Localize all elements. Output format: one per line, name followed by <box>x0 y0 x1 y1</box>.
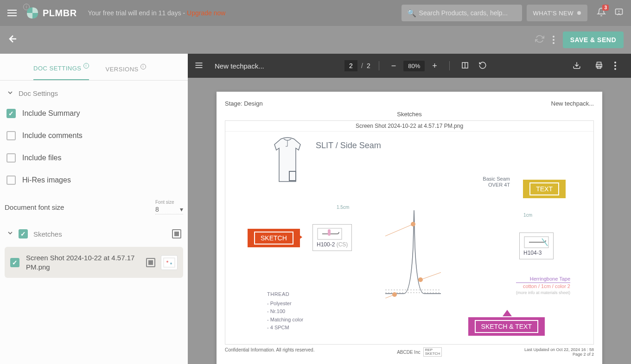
app-header: i PLMBR Your free trial will end in 11 d… <box>0 0 631 26</box>
checkbox-include-summary[interactable] <box>6 109 16 118</box>
sidebar: DOC SETTINGS i VERSIONS i Doc Settings I… <box>0 54 188 364</box>
page-image-box: Screen Shot 2024-10-22 at 4.57.17 PM.png… <box>225 120 594 345</box>
tab-doc-settings[interactable]: DOC SETTINGS i <box>33 57 89 80</box>
dropdown-icon: ▾ <box>180 206 183 213</box>
zoom-out-button[interactable]: − <box>388 61 400 71</box>
sketch-area: SLIT / Side Seam Basic SeamOVER 4T <box>225 132 593 344</box>
row-include-comments: Include comments <box>5 125 183 147</box>
zoom-value: 80% <box>403 61 425 71</box>
whats-new-button[interactable]: WHAT'S NEW <box>527 5 587 21</box>
main-container: DOC SETTINGS i VERSIONS i Doc Settings I… <box>0 54 631 364</box>
print-icon[interactable] <box>595 61 603 71</box>
right-panel: New techpack... / 2 − 80% + <box>188 54 631 364</box>
checkbox-label: Include Summary <box>22 109 80 118</box>
frame-icon[interactable] <box>172 229 181 238</box>
back-button[interactable] <box>7 33 19 46</box>
checkbox-label: Include comments <box>22 132 83 140</box>
annotation-sketch-text: SKETCH & TEXT <box>468 317 545 336</box>
svg-rect-1 <box>164 258 175 267</box>
feedback-icon[interactable] <box>614 7 624 19</box>
pdf-title: New techpack... <box>215 62 264 70</box>
doc-settings-section[interactable]: Doc Settings <box>5 84 183 102</box>
pdf-more-icon[interactable] <box>614 62 616 70</box>
font-size-field-label: Font size <box>155 200 183 205</box>
info-icon: i <box>83 63 89 69</box>
notification-count: 3 <box>602 5 609 11</box>
pdf-page: Stage: Design New techpack... Sketches S… <box>217 92 602 364</box>
svg-point-2 <box>166 261 168 263</box>
checkbox-sketches[interactable] <box>19 229 28 238</box>
trial-message: Your free trial will end in 11 days - Up… <box>88 9 226 17</box>
pdf-toolbar: New techpack... / 2 − 80% + <box>188 54 631 78</box>
pdf-menu-icon[interactable] <box>194 61 204 71</box>
brand-name: PLMBR <box>43 8 77 19</box>
font-size-row: Document font size Font size 8 ▾ <box>5 191 183 216</box>
pdf-viewport[interactable]: Stage: Design New techpack... Sketches S… <box>188 78 631 364</box>
dimension-1: 1.5cm <box>337 205 349 210</box>
rotate-icon[interactable] <box>478 61 487 71</box>
sketches-label: Sketches <box>33 230 172 238</box>
code-box-2: H104-3 <box>519 232 554 259</box>
search-box[interactable]: 🔍 <box>402 5 522 21</box>
row-include-files: Include files <box>5 147 183 169</box>
code-box-1: H100-2 (CS) <box>312 224 352 251</box>
refresh-icon[interactable] <box>535 34 544 45</box>
footer-confidential: Confidential Information. All rights res… <box>225 347 314 352</box>
annotation-sketch: SKETCH <box>248 229 300 247</box>
search-icon: 🔍 <box>407 9 416 18</box>
trial-prefix: Your free trial will end in 11 days <box>88 9 183 17</box>
page-techpack-name: New techpack... <box>551 100 594 107</box>
svg-line-16 <box>421 266 441 280</box>
svg-point-3 <box>170 263 172 264</box>
section-label: Doc Settings <box>19 89 58 97</box>
annotation-arrow-icon <box>503 310 512 316</box>
font-size-select[interactable]: Font size 8 ▾ <box>155 200 183 214</box>
whats-new-dot-icon <box>577 11 581 15</box>
fit-page-icon[interactable] <box>461 61 469 71</box>
menu-icon[interactable] <box>7 7 19 19</box>
page-input[interactable] <box>344 60 357 71</box>
seam-text: Basic SeamOVER 4T <box>483 176 510 188</box>
thread-block: THREAD - Polyester - Nr.100 - Matching c… <box>267 290 303 332</box>
chevron-down-icon[interactable] <box>6 229 14 238</box>
page-separator: / <box>361 62 363 69</box>
tab-label: DOC SETTINGS <box>33 65 82 72</box>
more-menu-icon[interactable] <box>553 36 555 44</box>
search-input[interactable] <box>419 9 516 17</box>
page-footer: Confidential Information. All rights res… <box>225 347 594 357</box>
annotation-arrow-icon <box>296 232 302 242</box>
logo[interactable]: i PLMBR <box>26 6 77 19</box>
checkbox-label: Hi-Res images <box>22 176 71 184</box>
upgrade-link[interactable]: Upgrade now <box>187 9 225 17</box>
chevron-down-icon[interactable] <box>6 89 14 98</box>
frame-icon[interactable] <box>146 258 155 267</box>
sub-header: SAVE & SEND <box>0 26 631 54</box>
row-hires: Hi-Res images <box>5 169 183 191</box>
checkbox-file[interactable] <box>10 258 19 267</box>
footer-company: ABCDE Inc REPSKETCH <box>397 347 442 357</box>
svg-line-15 <box>385 224 413 238</box>
notifications-button[interactable]: 3 <box>597 7 606 19</box>
checkbox-hires[interactable] <box>6 176 16 185</box>
dimension-2: 1cm <box>523 213 532 218</box>
svg-rect-19 <box>328 229 331 236</box>
file-thumbnail[interactable] <box>161 255 178 270</box>
download-icon[interactable] <box>573 61 581 71</box>
footer-meta: Last Updated on Oct 22, 2024 16 : 58 Pag… <box>524 347 594 357</box>
sidebar-tabs: DOC SETTINGS i VERSIONS i <box>0 54 188 81</box>
file-row[interactable]: Screen Shot 2024-10-22 at 4.57.17 PM.png <box>5 247 183 278</box>
page-section: Sketches <box>225 111 594 118</box>
polo-sketch <box>267 135 308 186</box>
seam-curve <box>385 187 441 298</box>
zoom-in-button[interactable]: + <box>428 61 441 71</box>
save-send-button[interactable]: SAVE & SEND <box>563 31 624 48</box>
checkbox-include-comments[interactable] <box>6 131 16 140</box>
checkbox-include-files[interactable] <box>6 153 16 163</box>
sketches-section: Sketches <box>5 225 183 243</box>
logo-mark <box>26 6 39 19</box>
trial-sep: - <box>183 9 187 17</box>
info-icon: i <box>140 64 146 69</box>
total-pages: 2 <box>367 62 370 69</box>
tab-versions[interactable]: VERSIONS i <box>106 58 146 80</box>
font-size-label: Document font size <box>5 203 64 211</box>
